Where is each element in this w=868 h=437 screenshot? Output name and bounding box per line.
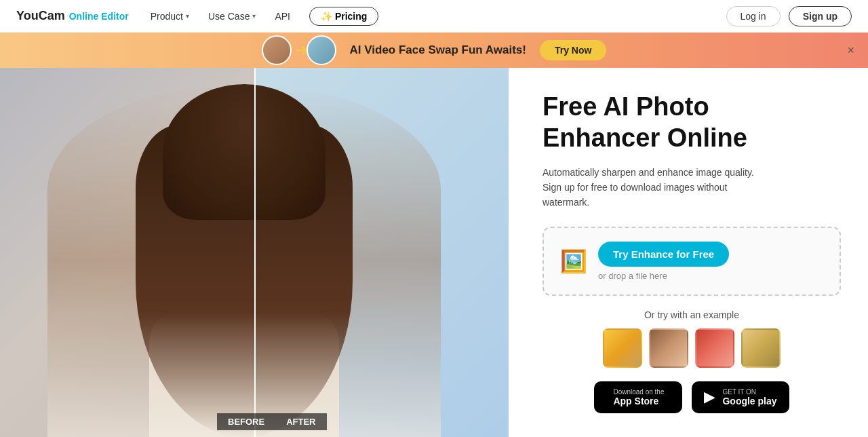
banner-arrow-icon: ➜ — [296, 41, 308, 59]
nav-usecase-label: Use Case — [208, 11, 250, 22]
banner-images: ➜ — [262, 35, 336, 65]
example-label: Or try with an example — [542, 309, 841, 320]
hero-title-line1: Free AI Photo — [542, 92, 709, 121]
promo-banner: ➜ AI Video Face Swap Fun Awaits! Try Now… — [0, 33, 868, 68]
logo-online-text: Online — [69, 11, 99, 22]
banner-try-now-button[interactable]: Try Now — [540, 40, 606, 60]
app-store-sub: Download on the — [613, 388, 664, 396]
example-thumb-4[interactable] — [741, 328, 781, 368]
logo[interactable]: YouCam Online Editor — [16, 9, 129, 23]
app-store-name: App Store — [613, 396, 664, 406]
nav-usecase[interactable]: Use Case ▾ — [208, 11, 256, 22]
after-label: AFTER — [275, 413, 326, 430]
navbar: YouCam Online Editor Product ▾ Use Case … — [0, 0, 868, 33]
example-thumb-1[interactable] — [603, 328, 642, 368]
close-icon: × — [847, 43, 854, 57]
hero-title: Free AI Photo Enhancer Online — [542, 92, 841, 153]
upload-actions: Try Enhance for Free or drop a file here — [598, 242, 823, 281]
pricing-button-label: ✨ Pricing — [321, 11, 367, 22]
banner-btn-label: Try Now — [555, 45, 591, 56]
signup-button[interactable]: Sign up — [789, 6, 852, 26]
login-button[interactable]: Log in — [726, 6, 781, 26]
google-play-icon: ▶ — [704, 388, 715, 406]
app-store-button[interactable]: Download on the App Store — [594, 381, 682, 413]
try-enhance-button[interactable]: Try Enhance for Free — [598, 242, 729, 267]
store-buttons: Download on the App Store ▶ GET IT ON Go… — [542, 381, 841, 413]
hero-content-panel: Free AI Photo Enhancer Online Automatica… — [515, 68, 868, 437]
banner-face2-image — [307, 35, 336, 65]
hero-subtitle: Automatically sharpen and enhance image … — [542, 165, 841, 210]
before-label: BEFORE — [217, 413, 275, 430]
hero-image-area: BEFORE AFTER — [0, 68, 509, 437]
logo-youcam-text: YouCam — [16, 9, 65, 23]
upload-dropzone[interactable]: 🖼️ Try Enhance for Free or drop a file h… — [542, 227, 841, 296]
hero-person-illustration — [34, 84, 454, 437]
google-play-name: Google play — [722, 396, 776, 406]
hero-section: BEFORE AFTER Free AI Photo Enhancer Onli… — [0, 68, 868, 437]
hero-split-divider — [254, 68, 256, 437]
nav-product-label: Product — [151, 11, 183, 22]
product-chevron-icon: ▾ — [186, 12, 189, 20]
navbar-links: Product ▾ Use Case ▾ API ✨ Pricing — [151, 7, 726, 26]
example-thumb-3[interactable] — [695, 328, 734, 368]
banner-face1-image — [262, 35, 292, 65]
upload-sub-text: or drop a file here — [598, 271, 823, 281]
person-figure — [47, 84, 441, 437]
pricing-button[interactable]: ✨ Pricing — [309, 7, 378, 26]
nav-api-label: API — [275, 11, 290, 22]
signup-label: Sign up — [803, 11, 837, 22]
banner-text: AI Video Face Swap Fun Awaits! — [350, 43, 526, 57]
example-thumb-2[interactable] — [649, 328, 688, 368]
logo-editor-text: Editor — [101, 11, 128, 22]
usecase-chevron-icon: ▾ — [252, 12, 256, 20]
before-after-labels: BEFORE AFTER — [217, 413, 327, 430]
nav-product[interactable]: Product ▾ — [151, 11, 189, 22]
google-play-text: GET IT ON Google play — [722, 388, 776, 406]
hero-title-line2: Enhancer Online — [542, 124, 747, 152]
example-section: Or try with an example — [542, 309, 841, 368]
person-hair — [163, 84, 326, 220]
example-thumbnails — [542, 328, 841, 368]
navbar-actions: Log in Sign up — [726, 6, 852, 26]
try-enhance-label: Try Enhance for Free — [613, 248, 714, 260]
banner-close-button[interactable]: × — [847, 43, 854, 58]
upload-image-icon: 🖼️ — [560, 248, 587, 274]
login-label: Log in — [741, 11, 766, 22]
app-store-text: Download on the App Store — [613, 388, 664, 406]
google-play-sub: GET IT ON — [722, 388, 776, 396]
nav-api[interactable]: API — [275, 11, 290, 22]
google-play-button[interactable]: ▶ GET IT ON Google play — [692, 381, 789, 413]
